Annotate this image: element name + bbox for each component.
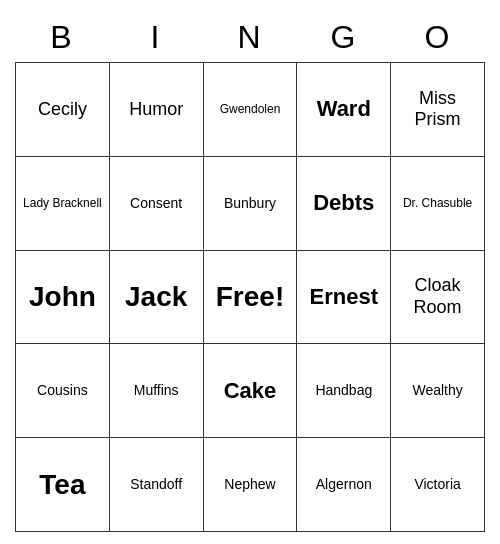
bingo-cell-r1-c2: Bunbury bbox=[204, 157, 298, 251]
cell-text-r4-c1: Standoff bbox=[130, 476, 182, 493]
bingo-cell-r3-c0: Cousins bbox=[16, 344, 110, 438]
cell-text-r0-c3: Ward bbox=[317, 96, 371, 122]
bingo-cell-r1-c4: Dr. Chasuble bbox=[391, 157, 485, 251]
header-letter-b: B bbox=[15, 12, 109, 62]
bingo-grid: CecilyHumorGwendolenWardMiss PrismLady B… bbox=[15, 62, 485, 532]
bingo-cell-r3-c2: Cake bbox=[204, 344, 298, 438]
bingo-cell-r0-c0: Cecily bbox=[16, 63, 110, 157]
bingo-card: BINGO CecilyHumorGwendolenWardMiss Prism… bbox=[15, 12, 485, 532]
cell-text-r4-c4: Victoria bbox=[414, 476, 460, 493]
cell-text-r2-c2: Free! bbox=[216, 280, 284, 314]
header-letter-i: I bbox=[109, 12, 203, 62]
cell-text-r3-c1: Muffins bbox=[134, 382, 179, 399]
cell-text-r4-c0: Tea bbox=[39, 468, 85, 502]
bingo-cell-r2-c1: Jack bbox=[110, 251, 204, 345]
cell-text-r1-c4: Dr. Chasuble bbox=[403, 196, 472, 210]
cell-text-r0-c4: Miss Prism bbox=[395, 88, 480, 131]
bingo-cell-r4-c1: Standoff bbox=[110, 438, 204, 532]
cell-text-r1-c3: Debts bbox=[313, 190, 374, 216]
bingo-cell-r1-c3: Debts bbox=[297, 157, 391, 251]
bingo-cell-r1-c0: Lady Bracknell bbox=[16, 157, 110, 251]
cell-text-r0-c1: Humor bbox=[129, 99, 183, 121]
cell-text-r2-c0: John bbox=[29, 280, 96, 314]
bingo-cell-r4-c0: Tea bbox=[16, 438, 110, 532]
cell-text-r4-c2: Nephew bbox=[224, 476, 275, 493]
header-letter-n: N bbox=[203, 12, 297, 62]
cell-text-r2-c3: Ernest bbox=[310, 284, 378, 310]
bingo-cell-r3-c1: Muffins bbox=[110, 344, 204, 438]
cell-text-r0-c2: Gwendolen bbox=[220, 102, 281, 116]
bingo-header: BINGO bbox=[15, 12, 485, 62]
cell-text-r0-c0: Cecily bbox=[38, 99, 87, 121]
bingo-cell-r0-c2: Gwendolen bbox=[204, 63, 298, 157]
bingo-cell-r4-c2: Nephew bbox=[204, 438, 298, 532]
bingo-cell-r4-c4: Victoria bbox=[391, 438, 485, 532]
bingo-cell-r4-c3: Algernon bbox=[297, 438, 391, 532]
cell-text-r4-c3: Algernon bbox=[316, 476, 372, 493]
cell-text-r2-c1: Jack bbox=[125, 280, 187, 314]
header-letter-o: O bbox=[391, 12, 485, 62]
cell-text-r3-c4: Wealthy bbox=[412, 382, 462, 399]
cell-text-r3-c3: Handbag bbox=[315, 382, 372, 399]
cell-text-r1-c1: Consent bbox=[130, 195, 182, 212]
cell-text-r1-c2: Bunbury bbox=[224, 195, 276, 212]
cell-text-r2-c4: Cloak Room bbox=[395, 275, 480, 318]
bingo-cell-r0-c4: Miss Prism bbox=[391, 63, 485, 157]
bingo-cell-r2-c0: John bbox=[16, 251, 110, 345]
cell-text-r1-c0: Lady Bracknell bbox=[23, 196, 102, 210]
bingo-cell-r0-c3: Ward bbox=[297, 63, 391, 157]
bingo-cell-r0-c1: Humor bbox=[110, 63, 204, 157]
cell-text-r3-c0: Cousins bbox=[37, 382, 88, 399]
bingo-cell-r2-c2: Free! bbox=[204, 251, 298, 345]
bingo-cell-r1-c1: Consent bbox=[110, 157, 204, 251]
header-letter-g: G bbox=[297, 12, 391, 62]
bingo-cell-r3-c3: Handbag bbox=[297, 344, 391, 438]
bingo-cell-r3-c4: Wealthy bbox=[391, 344, 485, 438]
bingo-cell-r2-c3: Ernest bbox=[297, 251, 391, 345]
bingo-cell-r2-c4: Cloak Room bbox=[391, 251, 485, 345]
cell-text-r3-c2: Cake bbox=[224, 378, 277, 404]
